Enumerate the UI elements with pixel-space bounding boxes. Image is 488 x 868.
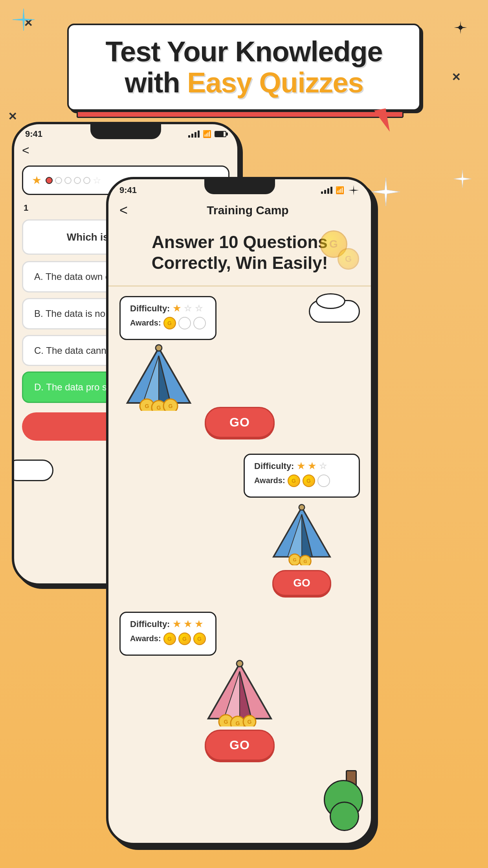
back-button-front[interactable]: < bbox=[119, 202, 136, 219]
dot-3 bbox=[64, 177, 72, 184]
win-banner: G G Answer 10 Questions Correctly, Win E… bbox=[108, 224, 371, 287]
diff-star-filled-3b: ★ bbox=[184, 619, 192, 629]
page-title: Training Camp bbox=[136, 204, 360, 217]
svg-text:G: G bbox=[303, 558, 307, 563]
camp-scroll[interactable]: Difficulty: ★ ☆ ☆ Awards: G bbox=[108, 287, 371, 845]
coin-empty-2 bbox=[317, 474, 330, 487]
cloud-1 bbox=[309, 300, 360, 323]
camp-3-visual: G G G bbox=[119, 660, 360, 726]
coin-filled-1a: G bbox=[163, 317, 176, 329]
awards-label-2: Awards: bbox=[254, 476, 285, 485]
phone-front: 9:41 📶 < Training Camp G G Answer 10 Que… bbox=[106, 177, 373, 845]
coin-filled-3a: G bbox=[163, 633, 176, 645]
svg-point-22 bbox=[237, 660, 243, 667]
camp-1: Difficulty: ★ ☆ ☆ Awards: G bbox=[119, 296, 360, 438]
back-button-back[interactable]: < bbox=[14, 139, 237, 162]
status-icons-back: 📶 bbox=[188, 130, 226, 138]
go-button-3[interactable]: GO bbox=[205, 730, 275, 761]
coin-filled-2b: G bbox=[303, 474, 315, 487]
wifi-icon-back: 📶 bbox=[203, 130, 211, 138]
coin-filled-3c: G bbox=[193, 633, 206, 645]
training-header: < Training Camp bbox=[108, 197, 371, 224]
tree-front bbox=[339, 770, 363, 831]
svg-text:G: G bbox=[248, 719, 252, 725]
awards-line-2: Awards: G G bbox=[254, 474, 349, 487]
svg-text:G: G bbox=[236, 720, 240, 726]
go-button-1[interactable]: GO bbox=[205, 407, 275, 438]
difficulty-label-3: Difficulty: bbox=[130, 619, 170, 629]
camp-2-right: Difficulty: ★ ★ ☆ Awards: G G bbox=[244, 454, 360, 596]
dot-5 bbox=[83, 177, 90, 184]
signal-icon-front bbox=[321, 187, 332, 194]
star-empty: ☆ bbox=[93, 175, 101, 186]
coin-filled-2a: G bbox=[288, 474, 300, 487]
difficulty-badge-1: Difficulty: ★ ☆ ☆ Awards: G bbox=[119, 296, 216, 340]
sparkle-between-phones bbox=[370, 176, 402, 209]
awards-line-3: Awards: G G G bbox=[130, 633, 206, 645]
cloud-right-1 bbox=[223, 296, 360, 319]
header-title: Test Your Knowledge with Easy Quizzes bbox=[88, 36, 400, 98]
camp-1-visual: G G G bbox=[119, 344, 360, 415]
header-banner: Test Your Knowledge with Easy Quizzes bbox=[67, 24, 421, 111]
coin-empty-1a bbox=[178, 317, 191, 329]
phone-notch-back bbox=[90, 124, 161, 139]
answer-c-text: C. The data cann bbox=[34, 345, 106, 356]
awards-line-1: Awards: G bbox=[130, 317, 206, 329]
sparkle-status bbox=[347, 184, 360, 197]
difficulty-badge-2: Difficulty: ★ ★ ☆ Awards: G G bbox=[244, 454, 360, 498]
svg-point-4 bbox=[156, 345, 162, 351]
diff-star-empty-2: ☆ bbox=[319, 461, 327, 471]
deco-x-2: ✕ bbox=[8, 110, 17, 123]
signal-icon-back bbox=[188, 131, 200, 138]
camp-2: Difficulty: ★ ★ ☆ Awards: G G bbox=[119, 454, 360, 596]
go-btn-3-wrap: GO bbox=[119, 730, 360, 761]
awards-label-3: Awards: bbox=[130, 634, 161, 643]
awards-label-1: Awards: bbox=[130, 318, 161, 327]
battery-icon-back bbox=[215, 131, 226, 137]
difficulty-line-1: Difficulty: ★ ☆ ☆ bbox=[130, 303, 206, 314]
time-front: 9:41 bbox=[119, 185, 137, 195]
coin-deco-2: G bbox=[338, 248, 359, 270]
header-line1: Test Your Knowledge bbox=[105, 36, 382, 67]
svg-text:G: G bbox=[145, 403, 149, 409]
camp-3-top: Difficulty: ★ ★ ★ Awards: G G G bbox=[119, 612, 360, 656]
difficulty-line-3: Difficulty: ★ ★ ★ bbox=[130, 619, 206, 629]
diff-star-filled-1: ★ bbox=[173, 303, 181, 314]
cloud-back-1 bbox=[12, 460, 53, 481]
tent-3-svg: G G G bbox=[200, 660, 279, 726]
dot-4 bbox=[74, 177, 81, 184]
difficulty-line-2: Difficulty: ★ ★ ☆ bbox=[254, 461, 349, 471]
diff-star-empty-1b: ☆ bbox=[195, 303, 203, 314]
go-button-2[interactable]: GO bbox=[272, 570, 331, 596]
svg-point-14 bbox=[299, 504, 305, 510]
svg-text:G: G bbox=[157, 405, 161, 411]
svg-text:G: G bbox=[293, 557, 296, 562]
diff-star-filled-2b: ★ bbox=[308, 461, 316, 471]
header-line2-prefix: with bbox=[125, 67, 187, 98]
status-icons-front: 📶 bbox=[321, 184, 360, 197]
diff-star-filled-3a: ★ bbox=[173, 619, 181, 629]
wifi-icon-front: 📶 bbox=[336, 186, 344, 195]
sparkle-top-right bbox=[453, 20, 468, 37]
header-line2-highlight: Easy Quizzes bbox=[187, 67, 363, 98]
dot-1 bbox=[46, 177, 53, 184]
phone-notch-front bbox=[204, 179, 275, 194]
banner-red-bar bbox=[77, 111, 404, 118]
coin-filled-3b: G bbox=[178, 633, 191, 645]
deco-x-3: ✕ bbox=[451, 71, 460, 84]
time-back: 9:41 bbox=[25, 129, 42, 139]
sparkle-front-phone-top bbox=[453, 169, 472, 190]
difficulty-label-2: Difficulty: bbox=[254, 461, 294, 471]
difficulty-label-1: Difficulty: bbox=[130, 303, 170, 314]
difficulty-badge-3: Difficulty: ★ ★ ★ Awards: G G G bbox=[119, 612, 216, 656]
svg-text:G: G bbox=[169, 403, 173, 409]
camp-3: Difficulty: ★ ★ ★ Awards: G G G bbox=[119, 612, 360, 761]
tent-1-svg: G G G bbox=[119, 344, 198, 411]
svg-text:G: G bbox=[224, 719, 228, 725]
diff-star-empty-1a: ☆ bbox=[184, 303, 192, 314]
coin-empty-1b bbox=[193, 317, 206, 329]
diff-star-filled-3c: ★ bbox=[195, 619, 203, 629]
progress-current: 1 bbox=[24, 203, 28, 213]
diff-star-filled-2a: ★ bbox=[297, 461, 305, 471]
dot-2 bbox=[55, 177, 62, 184]
